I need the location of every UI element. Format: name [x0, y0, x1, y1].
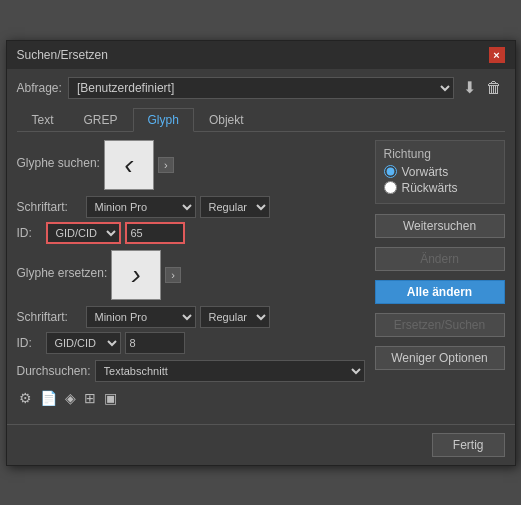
search-in-select[interactable]: Textabschnitt	[95, 360, 365, 382]
glyph-replace-arrow[interactable]: ›	[165, 267, 181, 283]
search-in-row: Durchsuchen: Textabschnitt	[17, 360, 365, 382]
dialog-body: Abfrage: [Benutzerdefiniert] ⬇ 🗑 Text GR…	[7, 69, 515, 418]
toolbar-icon-5[interactable]: ▣	[102, 388, 119, 408]
glyph-replace-char: ›	[132, 259, 141, 291]
radio-ruckwarts-row: Rückwärts	[384, 181, 496, 195]
query-icons: ⬇ 🗑	[460, 77, 505, 98]
toolbar-icon-3[interactable]: ◈	[63, 388, 78, 408]
glyph-replace-box[interactable]: ›	[111, 250, 161, 300]
main-content: Glyphe suchen: ‹ › Schriftart: Minion Pr…	[17, 140, 505, 408]
left-panel: Glyphe suchen: ‹ › Schriftart: Minion Pr…	[17, 140, 365, 408]
radio-vorwarts-label: Vorwärts	[402, 165, 449, 179]
bottom-bar: Fertig	[7, 424, 515, 465]
toolbar-icon-1[interactable]: ⚙	[17, 388, 34, 408]
weniger-optionen-button[interactable]: Weniger Optionen	[375, 346, 505, 370]
tab-objekt[interactable]: Objekt	[194, 108, 259, 132]
glyph-search-char: ‹	[124, 149, 133, 181]
style-search-select[interactable]: Regular	[200, 196, 270, 218]
glyph-search-box[interactable]: ‹	[104, 140, 154, 190]
glyph-replace-label: Glyphe ersetzen:	[17, 266, 108, 280]
ersetzen-suchen-button[interactable]: Ersetzen/Suchen	[375, 313, 505, 337]
id-replace-type-select[interactable]: GID/CID	[46, 332, 121, 354]
font-search-row: Schriftart: Minion Pro Regular	[17, 196, 365, 218]
id-replace-value-input[interactable]	[125, 332, 185, 354]
glyph-search-section: Glyphe suchen: ‹ ›	[17, 140, 365, 190]
glyph-search-label: Glyphe suchen:	[17, 156, 100, 170]
query-row: Abfrage: [Benutzerdefiniert] ⬇ 🗑	[17, 77, 505, 99]
direction-group: Richtung Vorwärts Rückwärts	[375, 140, 505, 204]
save-query-button[interactable]: ⬇	[460, 77, 479, 98]
toolbar-icon-4[interactable]: ⊞	[82, 388, 98, 408]
font-search-label: Schriftart:	[17, 200, 82, 214]
tab-grep[interactable]: GREP	[69, 108, 133, 132]
id-replace-label: ID:	[17, 336, 42, 350]
radio-ruckwarts-label: Rückwärts	[402, 181, 458, 195]
font-replace-select[interactable]: Minion Pro	[86, 306, 196, 328]
tab-glyph[interactable]: Glyph	[133, 108, 194, 132]
id-search-type-select[interactable]: GID/CID	[46, 222, 121, 244]
glyph-replace-row: Glyphe ersetzen: › ›	[17, 250, 365, 300]
font-replace-label: Schriftart:	[17, 310, 82, 324]
tab-text[interactable]: Text	[17, 108, 69, 132]
radio-vorwarts-row: Vorwärts	[384, 165, 496, 179]
fertig-button[interactable]: Fertig	[432, 433, 505, 457]
font-replace-row: Schriftart: Minion Pro Regular	[17, 306, 365, 328]
alle-aendern-button[interactable]: Alle ändern	[375, 280, 505, 304]
dialog: Suchen/Ersetzen × Abfrage: [Benutzerdefi…	[6, 40, 516, 466]
direction-title: Richtung	[384, 147, 496, 161]
id-search-label: ID:	[17, 226, 42, 240]
glyph-search-arrow[interactable]: ›	[158, 157, 174, 173]
tabs-row: Text GREP Glyph Objekt	[17, 107, 505, 132]
close-button[interactable]: ×	[489, 47, 505, 63]
search-in-label: Durchsuchen:	[17, 364, 91, 378]
id-search-row: ID: GID/CID	[17, 222, 365, 244]
style-replace-select[interactable]: Regular	[200, 306, 270, 328]
toolbar-row: ⚙ 📄 ◈ ⊞ ▣	[17, 388, 365, 408]
glyph-replace-section: Glyphe ersetzen: › ›	[17, 250, 365, 300]
aendern-button[interactable]: Ändern	[375, 247, 505, 271]
id-search-value-input[interactable]	[125, 222, 185, 244]
glyph-search-row: Glyphe suchen: ‹ ›	[17, 140, 365, 190]
weitersuchen-button[interactable]: Weitersuchen	[375, 214, 505, 238]
titlebar: Suchen/Ersetzen ×	[7, 41, 515, 69]
id-replace-row: ID: GID/CID	[17, 332, 365, 354]
query-label: Abfrage:	[17, 81, 62, 95]
font-search-select[interactable]: Minion Pro	[86, 196, 196, 218]
toolbar-icon-2[interactable]: 📄	[38, 388, 59, 408]
right-panel: Richtung Vorwärts Rückwärts Weitersuchen…	[375, 140, 505, 408]
delete-query-button[interactable]: 🗑	[483, 77, 505, 98]
radio-vorwarts[interactable]	[384, 165, 397, 178]
radio-ruckwarts[interactable]	[384, 181, 397, 194]
dialog-title: Suchen/Ersetzen	[17, 48, 108, 62]
query-select[interactable]: [Benutzerdefiniert]	[68, 77, 454, 99]
